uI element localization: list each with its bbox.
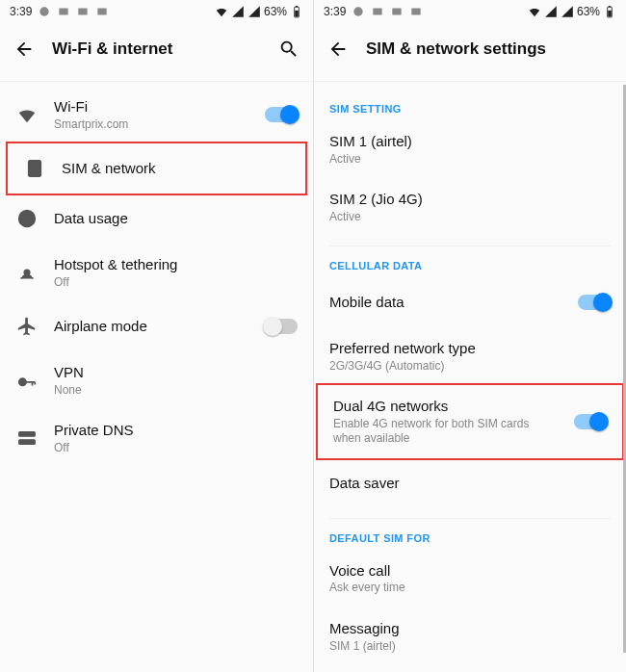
status-app-icon: [76, 5, 90, 18]
svg-rect-16: [393, 9, 402, 15]
svg-point-9: [19, 211, 36, 227]
svg-rect-20: [608, 11, 612, 16]
signal-icon: [544, 5, 558, 18]
row-title: SIM & network: [62, 159, 290, 178]
svg-rect-8: [31, 167, 38, 173]
title-bar: Wi-Fi & internet: [0, 23, 313, 75]
row-data-saver[interactable]: Data saver: [314, 458, 626, 508]
row-sim2[interactable]: SIM 2 (Jio 4G) Active: [314, 178, 626, 236]
mobile-data-toggle[interactable]: [578, 295, 611, 310]
vpn-icon: [15, 369, 39, 392]
status-app-icon: [371, 5, 384, 18]
row-sub: Active: [329, 152, 611, 168]
status-app-icon: [95, 5, 109, 18]
row-title: Data usage: [54, 209, 298, 228]
row-title: Wi-Fi: [54, 97, 249, 116]
status-time: 3:39: [10, 5, 32, 18]
svg-rect-13: [19, 440, 36, 445]
row-title: Airplane mode: [54, 317, 249, 336]
row-sub: Smartprix.com: [54, 117, 249, 133]
status-bar: 3:39 63%: [314, 0, 626, 23]
dns-icon: [15, 426, 39, 450]
row-title: Voice call: [329, 561, 611, 581]
row-vpn[interactable]: VPN None: [0, 351, 313, 409]
svg-rect-2: [79, 9, 88, 15]
status-app-icon: [57, 5, 70, 18]
wifi-icon: [528, 5, 541, 18]
svg-rect-3: [98, 9, 107, 15]
row-title: Data saver: [329, 474, 611, 493]
row-title: VPN: [54, 363, 298, 382]
row-sub: SIM 1 (airtel): [329, 639, 611, 655]
hotspot-icon: [15, 261, 39, 284]
page-title: Wi-Fi & internet: [52, 39, 261, 59]
row-hotspot[interactable]: Hotspot & tethering Off: [0, 244, 313, 301]
sim-icon: [23, 157, 46, 180]
svg-rect-12: [19, 432, 36, 437]
row-sim1[interactable]: SIM 1 (airtel) Active: [314, 120, 626, 178]
row-mobile-data[interactable]: Mobile data: [314, 277, 626, 327]
section-cellular-data: CELLULAR DATA: [314, 256, 626, 277]
status-app-icon: [38, 5, 51, 18]
status-app-icon: [390, 5, 404, 18]
back-icon[interactable]: [327, 39, 349, 60]
row-title: Hotspot & tethering: [54, 255, 298, 274]
title-bar: SIM & network settings: [314, 23, 626, 75]
row-title: Dual 4G networks: [333, 397, 559, 416]
row-sub: Off: [54, 275, 298, 291]
wifi-toggle[interactable]: [265, 107, 298, 122]
signal-icon: [231, 5, 245, 18]
row-sub: 2G/3G/4G (Automatic): [329, 359, 611, 375]
section-sim-setting: SIM SETTING: [314, 86, 626, 120]
data-usage-icon: [15, 207, 39, 230]
svg-rect-6: [295, 11, 299, 16]
wifi-icon: [215, 5, 228, 18]
svg-point-0: [40, 7, 49, 15]
airplane-icon: [15, 315, 39, 338]
row-dual-4g[interactable]: Dual 4G networks Enable 4G network for b…: [318, 385, 622, 458]
dual-4g-toggle[interactable]: [574, 414, 607, 429]
row-wifi[interactable]: Wi-Fi Smartprix.com: [0, 86, 313, 143]
row-voice-call[interactable]: Voice call Ask every time: [314, 550, 626, 607]
wifi-icon: [15, 103, 39, 126]
page-title: SIM & network settings: [366, 39, 613, 59]
row-airplane[interactable]: Airplane mode: [0, 301, 313, 351]
row-sub: Active: [329, 210, 611, 225]
row-messaging[interactable]: Messaging SIM 1 (airtel): [314, 607, 626, 665]
svg-rect-1: [60, 9, 68, 15]
battery-pct: 63%: [264, 5, 287, 18]
row-sub: None: [54, 383, 298, 399]
back-icon[interactable]: [13, 39, 35, 60]
row-sub: Off: [54, 441, 298, 456]
search-icon[interactable]: [278, 39, 300, 60]
airplane-toggle[interactable]: [265, 319, 298, 334]
battery-icon: [603, 5, 616, 18]
svg-rect-5: [296, 6, 298, 7]
signal-icon: [248, 5, 261, 18]
row-private-dns[interactable]: Private DNS Off: [0, 409, 313, 467]
status-app-icon: [409, 5, 423, 18]
row-title: Preferred network type: [329, 339, 611, 358]
row-sub: Enable 4G network for both SIM cards whe…: [333, 417, 559, 447]
status-app-icon: [352, 5, 365, 18]
section-default-sim: DEFAULT SIM FOR: [314, 529, 626, 550]
svg-rect-19: [609, 6, 611, 7]
svg-rect-15: [374, 9, 382, 15]
row-mobile-data-default[interactable]: Mobile data: [314, 665, 626, 672]
battery-icon: [290, 5, 303, 18]
row-preferred-network[interactable]: Preferred network type 2G/3G/4G (Automat…: [314, 327, 626, 385]
battery-pct: 63%: [577, 5, 600, 18]
row-title: Messaging: [329, 619, 611, 638]
row-title: SIM 1 (airtel): [329, 132, 611, 151]
svg-point-14: [354, 7, 363, 15]
signal-icon: [561, 5, 574, 18]
row-sim-network[interactable]: SIM & network: [8, 143, 305, 194]
row-title: Mobile data: [329, 293, 562, 312]
row-data-usage[interactable]: Data usage: [0, 194, 313, 244]
row-title: Private DNS: [54, 421, 298, 440]
row-sub: Ask every time: [329, 581, 611, 596]
row-title: SIM 2 (Jio 4G): [329, 190, 611, 209]
svg-point-11: [19, 378, 26, 385]
status-time: 3:39: [324, 5, 346, 18]
status-bar: 3:39 63%: [0, 0, 313, 23]
